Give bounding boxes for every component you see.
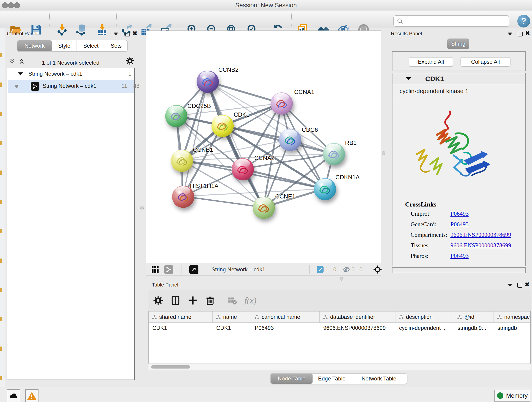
table-panel-float-icon[interactable] [508,284,512,287]
network-row-selected[interactable]: String Network – cdk1 11 48 [8,80,134,93]
protein-card-body: cyclin-dependent kinase 1 [392,84,526,266]
network-edge[interactable] [183,82,208,196]
protein-ribbon-thumb [175,188,191,205]
crosslink-label: Compartments: [411,231,447,238]
column-header[interactable]: database identifier [320,312,395,322]
cloud-icon [9,391,18,400]
tab-edge-table[interactable]: Edge Table [313,374,351,384]
control-panel-close-icon[interactable]: ✖ [133,30,138,36]
detach-view-icon[interactable] [189,265,198,274]
import-network-file-icon[interactable] [56,23,69,36]
expand-all-networks-icon[interactable] [19,58,25,65]
network-edge[interactable] [207,82,281,103]
column-header[interactable]: namespace [494,312,531,322]
protein-ribbon-thumb [255,199,272,216]
table-options-gear-icon[interactable] [152,295,164,306]
search-input[interactable] [404,16,509,26]
network-node[interactable] [271,92,293,115]
column-header[interactable]: shared name [149,312,213,322]
control-panel-maximize-icon[interactable] [125,32,130,36]
network-node[interactable] [323,143,345,165]
tab-sets[interactable]: Sets [105,40,127,51]
column-header[interactable]: @id [454,312,494,322]
tab-select[interactable]: Select [77,40,105,51]
delete-column-icon[interactable] [204,295,216,306]
collapse-all-networks-icon[interactable] [9,58,15,65]
expand-all-button[interactable]: Expand All [409,57,453,67]
right-splitter-handle[interactable] [382,151,385,155]
collection-expand-icon[interactable] [18,72,23,75]
collapse-all-button[interactable]: Collapse All [461,57,510,67]
crosslink-value-link[interactable]: P06493 [450,253,469,259]
bottom-splitter-handle[interactable] [340,277,343,281]
separator [309,265,310,274]
protein-card-header[interactable]: CDK1 [392,73,526,84]
network-collection-row[interactable]: String Network – cdk1 1 [7,68,134,80]
tab-style[interactable]: Style [52,40,77,51]
memory-button[interactable]: Memory [494,390,530,402]
network-node[interactable] [279,129,301,151]
crosslink-label: GeneCard: [411,221,437,228]
crosslink-value-link[interactable]: 9606.ENSP00000378699 [450,242,511,249]
column-header[interactable]: description [395,312,454,322]
protein-collapse-icon[interactable] [406,77,411,80]
network-node-label: CCNB2 [218,66,239,73]
search-box [393,15,509,27]
birdseye-view-icon[interactable] [373,265,382,275]
network-node-label: CCNE1 [275,193,295,200]
selected-checkbox-icon[interactable] [317,266,323,273]
results-panel-close-icon[interactable]: ✖ [525,30,530,36]
protein-ribbon-thumb [317,181,333,198]
left-splitter-handle[interactable] [140,206,144,210]
protein-ribbon-thumb [234,161,251,178]
tab-node-table[interactable]: Node Table [271,374,313,384]
table-horizontal-scrollbar[interactable] [148,364,531,370]
column-header[interactable]: canonical name [251,312,320,322]
cloud-services-button[interactable] [7,389,20,402]
network-node[interactable] [253,197,275,219]
crosslinks-heading: CrossLinks [405,201,436,208]
window-title: Session: New Session [0,2,532,9]
results-panel-float-icon[interactable] [508,32,512,35]
tab-string[interactable]: String [447,38,469,49]
control-panel-tabs: Network Style Select Sets [17,40,128,52]
crosslink-label: Pharos: [411,253,428,259]
network-node[interactable] [171,150,193,172]
crosslink-value-link[interactable]: P06493 [450,221,469,228]
table-header-row: shared name name canonical name database… [149,312,530,323]
network-canvas[interactable]: CCNB2 CCNA1 CDC25B CDK1 CDC6 RB1 CCNB1 C… [146,31,381,263]
application-window: Session: New Session [0,0,532,402]
network-node[interactable] [196,70,219,93]
crosslink-value-link[interactable]: P06493 [450,211,469,217]
tab-network-table[interactable]: Network Table [351,374,407,384]
collection-count: 1 [128,70,131,77]
create-column-icon[interactable] [187,295,198,306]
results-panel-maximize-icon[interactable] [518,32,523,36]
network-node[interactable] [211,115,234,137]
grid-view-icon[interactable] [152,266,158,273]
network-node-label: CDKN1A [336,174,360,181]
network-thumbnail-icon[interactable] [164,265,173,274]
results-scroll-strip [392,267,526,273]
network-node[interactable] [165,105,187,127]
table-panel-maximize-icon[interactable] [517,283,522,288]
network-node[interactable] [314,178,336,200]
tab-network[interactable]: Network [17,40,52,51]
column-header[interactable]: name [213,312,251,322]
help-icon[interactable]: ? [517,15,530,27]
network-options-gear-icon[interactable] [126,56,134,66]
table-row[interactable]: CDK1 CDK1 P06493 9606.ENSP00000378699 cy… [149,323,530,333]
crosslink-value-link[interactable]: 9606.ENSP00000378699 [450,231,511,238]
scrollbar-thumb[interactable] [151,365,190,369]
protein-ribbon-thumb [199,73,216,90]
control-panel-float-icon[interactable] [114,32,118,35]
warnings-button[interactable] [25,389,38,402]
toolbar-separator [183,13,183,26]
show-columns-icon[interactable] [170,295,181,306]
memory-status-dot [497,392,503,399]
import-network-database-icon[interactable] [75,23,88,36]
table-panel-close-icon[interactable]: ✖ [525,281,530,287]
import-table-icon[interactable] [95,23,109,36]
network-node[interactable] [232,158,254,180]
network-edge[interactable] [183,196,264,207]
